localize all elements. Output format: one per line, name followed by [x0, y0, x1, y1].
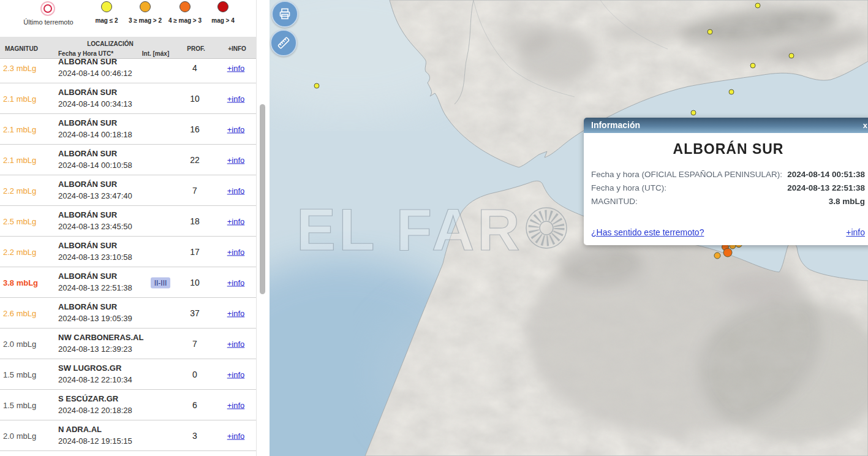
event-datetime: 2024-08-12 22:10:34 — [58, 375, 132, 384]
table-row: 2.1 mbLg ALBORÁN SUR 2024-08-14 00:18:18… — [0, 114, 256, 145]
magnitude-value: 2.6 mbLg — [3, 308, 36, 317]
print-button[interactable] — [271, 1, 298, 28]
magnitude-value: 2.1 mbLg — [3, 124, 36, 134]
magnitude-value: 2.2 mbLg — [3, 186, 36, 195]
location-name: ALBORÁN SUR — [58, 59, 117, 66]
row-info-link[interactable]: +info — [219, 63, 252, 72]
header-info: +INFO — [222, 45, 252, 52]
popup-field: Fecha y hora (OFICIAL ESPAÑOLA PENINSULA… — [591, 170, 865, 183]
legend-label: mag > 4 — [203, 17, 243, 24]
table-row: 2.2 mbLg ALBORÁN SUR 2024-08-13 23:47:40… — [0, 175, 256, 206]
magnitude-value: 2.1 mbLg — [3, 94, 36, 103]
row-info-link[interactable]: +info — [219, 400, 252, 409]
table-row: 2.3 mbLg ALBORÁN SUR 2024-08-14 00:46:12… — [0, 59, 256, 83]
field-label: Fecha y hora (OFICIAL ESPAÑOLA PENINSULA… — [591, 170, 782, 183]
field-label: MAGNITUD: — [591, 197, 638, 210]
row-info-link[interactable]: +info — [219, 370, 252, 379]
legend-item: 4 ≥ mag > 3 — [165, 1, 205, 24]
legend-item: 3 ≥ mag > 2 — [125, 1, 165, 24]
row-info-link[interactable]: +info — [219, 431, 252, 440]
earthquake-monitor-app: Último terremoto mag ≤ 2 3 ≥ mag > 2 4 ≥… — [0, 0, 868, 456]
location-name: ALBORÁN SUR — [58, 88, 117, 97]
printer-icon — [277, 7, 292, 21]
earthquake-marker[interactable] — [755, 3, 761, 9]
earthquake-marker[interactable] — [691, 110, 696, 116]
earthquake-marker[interactable] — [750, 63, 756, 69]
popup-header: Información — [584, 118, 868, 133]
magnitude-dot-icon — [140, 1, 151, 12]
earthquake-marker[interactable] — [714, 253, 721, 259]
depth-value: 7 — [181, 339, 208, 349]
magnitude-value: 2.2 mbLg — [3, 247, 36, 256]
depth-value: 22 — [181, 155, 208, 165]
felt-earthquake-link[interactable]: ¿Has sentido este terremoto? — [591, 227, 704, 237]
event-datetime: 2024-08-14 00:10:58 — [58, 161, 132, 170]
info-popup: Información x ALBORÁN SUR Fecha y hora (… — [584, 118, 868, 245]
row-info-link[interactable]: +info — [219, 94, 252, 103]
location-name: N ADRA.AL — [58, 425, 102, 434]
location-name: ALBORÁN SUR — [58, 272, 117, 281]
location-name: ALBORÁN SUR — [58, 180, 117, 189]
earthquake-marker[interactable] — [789, 53, 794, 59]
last-quake-target-icon — [40, 1, 55, 16]
depth-value: 37 — [181, 308, 208, 318]
table-row: 2.5 mbLg ALBORÁN SUR 2024-08-13 23:45:50… — [0, 206, 256, 237]
depth-value: 0 — [181, 370, 208, 379]
table-row: 1.5 mbLg SW LUGROS.GR 2024-08-12 22:10:3… — [0, 359, 256, 390]
header-datetime: Fecha y Hora UTC* — [58, 50, 113, 57]
location-name: NW CARBONERAS.AL — [58, 333, 143, 342]
table-scrollbar-thumb[interactable] — [260, 104, 265, 294]
earthquake-marker[interactable] — [708, 29, 713, 35]
earthquake-marker[interactable] — [723, 248, 733, 257]
watermark-text: EL FAR — [296, 197, 523, 262]
depth-value: 6 — [181, 400, 208, 410]
table-row: 1.5 mbLg S ESCÚZAR.GR 2024-08-12 20:18:2… — [0, 390, 256, 420]
depth-value: 18 — [181, 216, 208, 226]
magnitude-legend: Último terremoto mag ≤ 2 3 ≥ mag > 2 4 ≥… — [0, 0, 256, 37]
earthquake-list-panel: Último terremoto mag ≤ 2 3 ≥ mag > 2 4 ≥… — [0, 0, 270, 456]
row-info-link[interactable]: +info — [219, 339, 252, 348]
earthquake-marker[interactable] — [729, 89, 734, 95]
location-name: SW LUGROS.GR — [58, 363, 121, 373]
table-row: 2.0 mbLg N ADRA.AL 2024-08-12 19:15:15 3… — [0, 420, 256, 451]
row-info-link[interactable]: +info — [219, 216, 252, 226]
event-datetime: 2024-08-13 23:10:58 — [58, 253, 132, 262]
close-icon[interactable]: x — [863, 118, 867, 133]
field-value: 2024-08-14 00:51:38 — [787, 170, 865, 183]
legend-label: mag ≤ 2 — [86, 17, 127, 24]
header-location: LOCALIZACIÓN — [58, 40, 162, 47]
magnitude-value: 2.1 mbLg — [3, 155, 36, 164]
row-info-link[interactable]: +info — [219, 186, 252, 195]
legend-label: 3 ≥ mag > 2 — [125, 17, 165, 24]
location-name: ALBORÁN SUR — [58, 118, 117, 127]
magnitude-dot-icon — [101, 1, 112, 12]
legend-item: mag > 4 — [203, 1, 243, 24]
row-info-link[interactable]: +info — [219, 308, 252, 317]
header-magnitude: MAGNITUD — [5, 45, 38, 52]
popup-field: MAGNITUD: 3.8 mbLg — [591, 197, 865, 210]
event-datetime: 2024-08-13 23:45:50 — [58, 222, 132, 231]
row-info-link[interactable]: +info — [219, 278, 252, 287]
map-canvas[interactable]: EL FAR — [270, 0, 868, 456]
table-row: 2.1 mbLg ALBORÁN SUR 2024-08-14 00:10:58… — [0, 145, 256, 175]
depth-value: 17 — [181, 247, 208, 257]
depth-value: 16 — [181, 124, 208, 134]
ruler-icon — [276, 35, 292, 51]
popup-info-link[interactable]: +info — [846, 227, 865, 237]
table-row: 2.6 mbLg ALBORÁN SUR 2024-08-13 19:05:39… — [0, 298, 256, 329]
magnitude-value: 2.0 mbLg — [3, 339, 36, 348]
last-quake-label: Último terremoto — [11, 18, 86, 26]
measure-button[interactable] — [270, 29, 297, 56]
row-info-link[interactable]: +info — [219, 124, 252, 134]
event-datetime: 2024-08-13 19:05:39 — [58, 314, 132, 323]
row-info-link[interactable]: +info — [219, 155, 252, 164]
field-value: 3.8 mbLg — [829, 197, 865, 210]
location-name: S ESCÚZAR.GR — [58, 394, 118, 403]
earthquake-marker[interactable] — [314, 83, 320, 89]
depth-value: 4 — [181, 63, 208, 73]
event-datetime: 2024-08-12 19:15:15 — [58, 436, 132, 446]
header-depth: PROF. — [181, 45, 211, 52]
row-info-link[interactable]: +info — [219, 247, 252, 256]
event-datetime: 2024-08-13 12:39:23 — [58, 344, 132, 354]
location-name: ALBORÁN SUR — [58, 149, 117, 158]
